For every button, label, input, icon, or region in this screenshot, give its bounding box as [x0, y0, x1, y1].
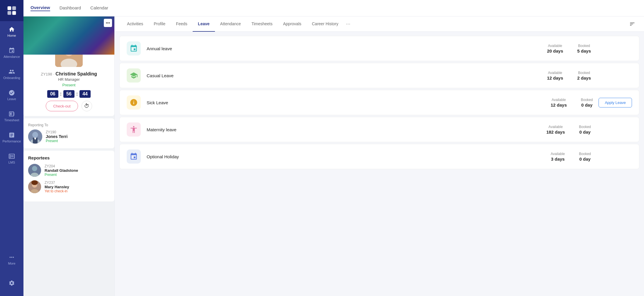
reportee-details-2: ZY237 Mary Hansley Yet to check-in	[45, 181, 69, 193]
list-item: ZY204 Randall Gladstone Present	[28, 164, 110, 177]
timer-hours: 06	[47, 90, 58, 98]
maternity-available-value: 182 days	[546, 130, 565, 134]
topnav-dashboard[interactable]: Dashboard	[60, 5, 81, 11]
casual-booked-label: Booked	[577, 71, 591, 75]
topnav-calendar[interactable]: Calendar	[90, 5, 108, 11]
maternity-booked-stat: Booked 0 day	[579, 125, 591, 134]
tab-leave[interactable]: Leave	[193, 16, 215, 32]
reporting-person: ZY190 Jones Terri Present	[28, 130, 110, 144]
tab-approvals[interactable]: Approvals	[278, 16, 306, 32]
sick-booked-value: 0 day	[581, 102, 593, 107]
maternity-leave-icon	[127, 122, 141, 137]
sidebar-logo[interactable]	[0, 0, 23, 21]
maternity-leave-stats: Available 182 days Booked 0 day	[546, 125, 591, 134]
list-item: Optional Holiday Available 3 days Booked…	[119, 144, 639, 169]
profile-role: HR Manager	[28, 77, 110, 82]
sidebar-item-home[interactable]: Home	[0, 21, 23, 42]
list-item: Maternity leave Available 182 days Booke…	[119, 117, 639, 142]
maternity-available-stat: Available 182 days	[546, 125, 565, 134]
annual-booked-value: 5 days	[577, 48, 591, 53]
content-area: •••	[23, 16, 644, 296]
annual-leave-name: Annual leave	[147, 46, 541, 51]
reportee-details-1: ZY204 Randall Gladstone Present	[45, 164, 78, 177]
sidebar-item-onboarding-label: Onboarding	[3, 76, 20, 80]
apply-leave-button[interactable]: Apply Leave	[599, 98, 632, 107]
sidebar-item-timesheet[interactable]: Timesheet	[0, 106, 23, 127]
svg-point-23	[31, 180, 38, 185]
annual-available-value: 20 days	[547, 48, 563, 53]
timer-minutes: 56	[63, 90, 74, 98]
sidebar-item-onboarding[interactable]: Onboarding	[0, 63, 23, 85]
right-panel: Activities Profile Feeds Leave Attendanc…	[114, 16, 644, 296]
reporting-details: ZY190 Jones Terri Present	[46, 130, 67, 143]
checkout-button[interactable]: Check-out	[46, 101, 78, 111]
annual-available-label: Available	[547, 44, 563, 48]
reportee-avatar-1	[28, 164, 41, 177]
optional-available-stat: Available 3 days	[551, 152, 565, 162]
reportee-status-1: Present	[45, 173, 78, 177]
reporting-card: Reporting To ZY	[23, 118, 114, 148]
sidebar-item-performance[interactable]: Performance	[0, 127, 23, 148]
tab-career-history[interactable]: Career History	[307, 16, 344, 32]
reporting-id: ZY190	[46, 130, 67, 134]
maternity-available-label: Available	[546, 125, 565, 129]
sidebar-item-lms-label: LMS	[9, 161, 15, 164]
casual-leave-name: Casual Leave	[147, 73, 541, 78]
svg-rect-2	[8, 11, 11, 15]
casual-available-label: Available	[547, 71, 563, 75]
annual-booked-label: Booked	[577, 44, 591, 48]
timer-icon-button[interactable]: ⏱	[82, 101, 92, 111]
timer-sep1: :	[60, 91, 62, 97]
reportee-avatar-2	[28, 180, 41, 193]
top-navigation: Overview Dashboard Calendar	[23, 0, 644, 16]
sick-leave-stats: Available 12 days Booked 0 day	[551, 98, 593, 107]
sick-available-value: 12 days	[551, 102, 567, 107]
profile-timer: 06 : 56 : 44	[28, 90, 110, 98]
list-item: Sick Leave Available 12 days Booked 0 da…	[119, 90, 639, 115]
svg-rect-1	[12, 6, 16, 10]
list-item: Annual leave Available 20 days Booked 5 …	[119, 36, 639, 61]
timer-sep2: :	[76, 91, 78, 97]
reporting-status: Present	[46, 139, 67, 143]
tab-timesheets[interactable]: Timesheets	[246, 16, 278, 32]
profile-card: •••	[23, 16, 114, 116]
svg-point-18	[32, 166, 37, 171]
annual-leave-stats: Available 20 days Booked 5 days	[547, 44, 591, 53]
subtabs-filter-button[interactable]	[628, 19, 637, 29]
tab-feeds[interactable]: Feeds	[171, 16, 193, 32]
sick-booked-stat: Booked 0 day	[581, 98, 593, 107]
list-item: ZY237 Mary Hansley Yet to check-in	[28, 180, 110, 193]
tab-attendance[interactable]: Attendance	[215, 16, 246, 32]
sidebar-item-settings[interactable]	[0, 273, 23, 294]
sidebar-item-lms[interactable]: LMS	[0, 148, 23, 169]
reporting-name: Jones Terri	[46, 134, 67, 139]
sick-available-label: Available	[551, 98, 567, 102]
reportee-status-2: Yet to check-in	[45, 189, 69, 193]
svg-rect-0	[8, 6, 11, 10]
sidebar-item-attendance-label: Attendance	[4, 55, 20, 58]
svg-rect-3	[12, 11, 16, 15]
maternity-leave-name: Maternity leave	[147, 127, 540, 132]
sick-booked-label: Booked	[581, 98, 593, 102]
casual-available-stat: Available 12 days	[547, 71, 563, 80]
tab-activities[interactable]: Activities	[122, 16, 148, 32]
sidebar-item-leave[interactable]: Leave	[0, 85, 23, 106]
reporting-avatar	[28, 130, 42, 144]
maternity-booked-label: Booked	[579, 125, 591, 129]
sidebar-item-attendance[interactable]: Attendance	[0, 42, 23, 63]
topnav-overview[interactable]: Overview	[30, 5, 50, 11]
left-panel: •••	[23, 16, 114, 296]
sidebar-item-more[interactable]: More	[0, 249, 23, 270]
timer-seconds: 44	[79, 90, 91, 98]
casual-leave-icon	[127, 68, 141, 83]
casual-available-value: 12 days	[547, 75, 563, 80]
reportee-name-2: Mary Hansley	[45, 185, 69, 189]
optional-available-label: Available	[551, 152, 565, 156]
main-content: Overview Dashboard Calendar •••	[23, 0, 644, 296]
profile-banner-more-button[interactable]: •••	[104, 19, 112, 27]
casual-booked-value: 2 days	[577, 75, 591, 80]
tab-profile[interactable]: Profile	[148, 16, 171, 32]
reportees-card: Reportees ZY204 Randall Gladstone Presen…	[23, 151, 114, 201]
subtabs-more-button[interactable]: ···	[344, 21, 353, 27]
optional-leave-icon	[127, 149, 141, 164]
